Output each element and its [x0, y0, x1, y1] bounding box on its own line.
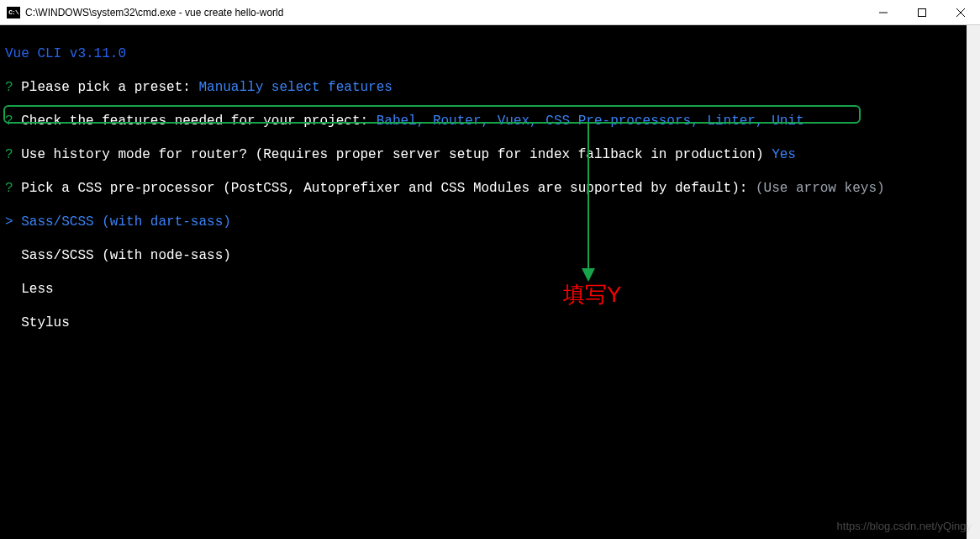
annotation-label: 填写Y — [563, 286, 621, 303]
maximize-button[interactable] — [903, 0, 941, 25]
answer-preset: Manually select features — [198, 80, 392, 95]
window-title-bar: C:\ C:\WINDOWS\system32\cmd.exe - vue cr… — [0, 0, 980, 25]
close-icon — [956, 8, 965, 17]
minimize-button[interactable] — [864, 0, 903, 25]
option-sass-dart[interactable]: Sass/SCSS (with dart-sass) — [13, 214, 231, 230]
select-cursor-icon: > — [5, 214, 13, 230]
close-button[interactable] — [941, 0, 980, 25]
option-sass-node[interactable]: Sass/SCSS (with node-sass) — [5, 248, 231, 263]
maximize-icon — [918, 8, 926, 17]
cmd-icon: C:\ — [7, 7, 20, 18]
prompt-preset: Please pick a preset: — [13, 80, 199, 95]
svg-marker-5 — [582, 268, 595, 282]
svg-rect-1 — [919, 9, 926, 17]
question-mark-icon: ? — [5, 147, 13, 162]
prompt-history-mode: Use history mode for router? (Requires p… — [13, 147, 772, 162]
minimize-icon — [879, 8, 888, 17]
prompt-css-preprocessor: Pick a CSS pre-processor (PostCSS, Autop… — [13, 181, 756, 196]
question-mark-icon: ? — [5, 114, 13, 129]
option-less[interactable]: Less — [5, 282, 54, 297]
answer-history-mode: Yes — [772, 147, 796, 162]
prompt-features: Check the features needed for your proje… — [13, 114, 377, 129]
terminal-output[interactable]: Vue CLI v3.11.0 ? Please pick a preset: … — [0, 25, 980, 452]
answer-features: Babel, Router, Vuex, CSS Pre-processors,… — [377, 114, 804, 129]
window-controls — [864, 0, 980, 25]
option-stylus[interactable]: Stylus — [5, 315, 70, 330]
window-title: C:\WINDOWS\system32\cmd.exe - vue create… — [25, 7, 283, 18]
question-mark-icon: ? — [5, 80, 13, 95]
question-mark-icon: ? — [5, 181, 13, 196]
watermark: https://blog.csdn.net/yQingy — [837, 520, 972, 532]
hint-arrow-keys: (Use arrow keys) — [756, 181, 885, 196]
cli-header: Vue CLI v3.11.0 — [5, 46, 126, 61]
